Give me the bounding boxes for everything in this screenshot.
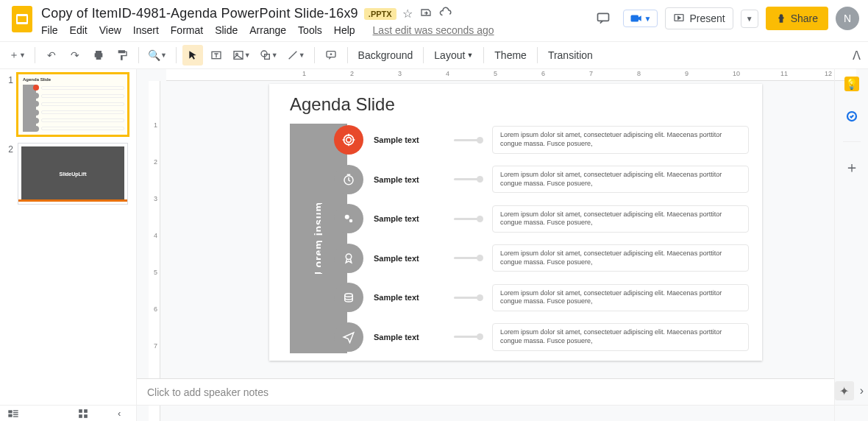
svg-rect-24	[13, 414, 18, 414]
row-label[interactable]: Sample text	[374, 214, 444, 223]
row-desc[interactable]: Lorem ipsum dolor sit amet, consectetuer…	[492, 126, 749, 153]
row-label[interactable]: Sample text	[374, 293, 444, 302]
speaker-notes[interactable]: Click to add speaker notes	[137, 378, 834, 405]
svg-rect-21	[8, 414, 12, 417]
agenda-row[interactable]: Sample text Lorem ipsum dolor sit amet, …	[334, 202, 749, 235]
coins-icon[interactable]	[334, 283, 363, 312]
menu-insert[interactable]: Insert	[133, 24, 159, 36]
slide-thumb-2[interactable]: SlideUpLift	[18, 143, 128, 205]
row-label[interactable]: Sample text	[374, 254, 444, 263]
paperplane-icon[interactable]	[334, 322, 363, 352]
svg-rect-3	[18, 16, 26, 22]
line-tool[interactable]: ▼	[284, 45, 308, 66]
bb-grid-icon[interactable]	[78, 408, 88, 419]
share-label: Share	[791, 13, 818, 24]
thumb-number: 1	[3, 74, 13, 85]
keep-icon[interactable]: 💡	[844, 77, 859, 91]
doc-title[interactable]: Copy of ItemID-4981-Agenda PowerPoint Sl…	[41, 6, 358, 21]
target-icon[interactable]	[334, 125, 363, 155]
row-label[interactable]: Sample text	[374, 333, 444, 342]
slides-logo[interactable]	[9, 6, 35, 32]
filmstrip[interactable]: 1 Agenda Slide 2 SlideUpLift	[0, 69, 137, 421]
svg-point-14	[346, 138, 352, 143]
background-button[interactable]: Background	[354, 49, 418, 61]
image-tool[interactable]: ▼	[230, 45, 254, 66]
svg-rect-27	[84, 409, 88, 413]
row-label[interactable]: Sample text	[374, 135, 444, 144]
row-desc[interactable]: Lorem ipsum dolor sit amet, consectetuer…	[492, 205, 749, 233]
row-desc[interactable]: Lorem ipsum dolor sit amet, consectetuer…	[492, 323, 749, 350]
row-label[interactable]: Sample text	[374, 175, 444, 184]
menu-file[interactable]: File	[41, 24, 58, 36]
layout-button[interactable]: Layout▼	[430, 49, 477, 61]
select-tool[interactable]	[182, 45, 203, 66]
cloud-icon[interactable]	[439, 7, 452, 21]
badge-icon[interactable]	[334, 244, 363, 273]
transition-button[interactable]: Transition	[544, 49, 597, 61]
undo-button[interactable]: ↶	[41, 45, 62, 66]
star-icon[interactable]: ☆	[402, 7, 413, 21]
svg-point-16	[345, 215, 349, 219]
shape-tool[interactable]: ▼	[257, 45, 281, 66]
comments-icon[interactable]	[591, 6, 616, 31]
zoom-button[interactable]: 🔍▼	[145, 45, 170, 66]
row-desc[interactable]: Lorem ipsum dolor sit amet, consectetuer…	[492, 166, 749, 193]
paint-format-button[interactable]	[112, 45, 132, 66]
tasks-icon[interactable]	[844, 109, 859, 124]
side-panel: 💡 ＋	[834, 69, 868, 421]
print-button[interactable]	[88, 45, 109, 66]
menu-format[interactable]: Format	[171, 24, 203, 36]
row-desc[interactable]: Lorem ipsum dolor sit amet, consectetuer…	[492, 244, 749, 272]
svg-rect-26	[79, 409, 82, 413]
present-dropdown[interactable]: ▼	[741, 10, 758, 28]
textbox-tool[interactable]	[206, 45, 227, 66]
svg-point-19	[345, 294, 353, 297]
agenda-row[interactable]: Sample text Lorem ipsum dolor sit amet, …	[334, 163, 749, 196]
gears-icon[interactable]	[334, 204, 363, 233]
bb-collapse-icon[interactable]: ‹	[118, 408, 121, 419]
agenda-row[interactable]: Sample text Lorem ipsum dolor sit amet, …	[334, 124, 749, 156]
svg-rect-23	[13, 412, 18, 413]
new-slide-button[interactable]: ＋▼	[6, 45, 29, 66]
menu-arrange[interactable]: Arrange	[249, 24, 286, 36]
canvas[interactable]: 1 2 3 4 5 6 7 8 9 10 11 12 13 1 2 3 4 5 …	[137, 69, 868, 421]
collapse-toolbar-icon[interactable]: ᐱ	[853, 49, 861, 63]
svg-point-13	[344, 135, 353, 144]
menu-view[interactable]: View	[99, 24, 121, 36]
present-label: Present	[689, 13, 725, 24]
menu-help[interactable]: Help	[334, 24, 355, 36]
present-button[interactable]: Present	[665, 7, 733, 29]
theme-button[interactable]: Theme	[490, 49, 531, 61]
menu-slide[interactable]: Slide	[215, 24, 238, 36]
avatar[interactable]: N	[836, 7, 859, 30]
stopwatch-icon[interactable]	[334, 165, 363, 194]
svg-rect-5	[630, 15, 638, 22]
menu-tools[interactable]: Tools	[298, 24, 322, 36]
row-desc[interactable]: Lorem ipsum dolor sit amet, consectetuer…	[492, 284, 749, 311]
share-button[interactable]: Share	[766, 7, 828, 30]
connector-icon	[454, 218, 482, 220]
slide-title[interactable]: Agenda Slide	[290, 94, 395, 115]
connector-icon	[454, 257, 482, 259]
svg-rect-25	[13, 416, 18, 417]
slide[interactable]: Agenda Slide Lorem ipsum Sample text Lor…	[269, 84, 762, 361]
start-meet-button[interactable]: ▼	[623, 10, 658, 27]
bb-view-icon[interactable]	[7, 409, 19, 418]
agenda-row[interactable]: Sample text Lorem ipsum dolor sit amet, …	[334, 321, 749, 353]
vertical-ruler: 1 2 3 4 5 6 7	[149, 81, 160, 421]
svg-rect-29	[84, 414, 88, 418]
slide-thumb-1[interactable]: Agenda Slide	[18, 74, 128, 135]
agenda-row[interactable]: Sample text Lorem ipsum dolor sit amet, …	[334, 281, 749, 314]
add-addon-icon[interactable]: ＋	[844, 160, 859, 174]
connector-icon	[454, 139, 482, 141]
svg-rect-28	[79, 414, 82, 418]
move-icon[interactable]	[420, 7, 432, 21]
svg-point-18	[346, 254, 352, 260]
redo-button[interactable]: ↷	[65, 45, 85, 66]
menu-edit[interactable]: Edit	[70, 24, 88, 36]
connector-icon	[454, 297, 482, 299]
comment-tool[interactable]	[321, 45, 341, 66]
last-edit[interactable]: Last edit was seconds ago	[373, 24, 494, 36]
pptx-badge: .PPTX	[364, 8, 396, 20]
agenda-row[interactable]: Sample text Lorem ipsum dolor sit amet, …	[334, 242, 749, 275]
